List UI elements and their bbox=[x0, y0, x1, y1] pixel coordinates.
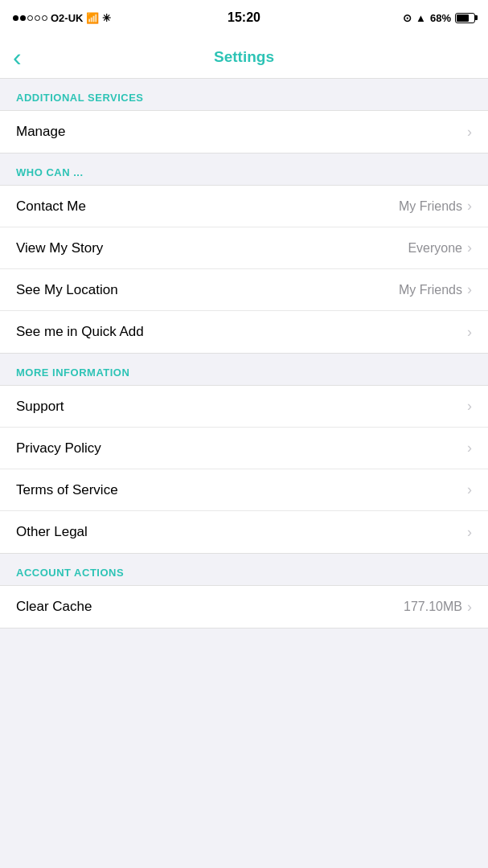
list-group-more-information: Support › Privacy Policy › Terms of Serv… bbox=[0, 385, 488, 554]
list-item-see-me-quick-add[interactable]: See me in Quick Add › bbox=[0, 311, 488, 353]
manage-chevron: › bbox=[467, 124, 472, 141]
wifi-icon: 📶 bbox=[86, 12, 99, 24]
view-my-story-label: View My Story bbox=[16, 240, 103, 256]
section-header-more-information: MORE INFORMATION bbox=[0, 354, 488, 385]
other-legal-chevron: › bbox=[467, 524, 472, 541]
list-item-privacy-policy[interactable]: Privacy Policy › bbox=[0, 428, 488, 469]
privacy-policy-chevron: › bbox=[467, 440, 472, 457]
list-group-additional-services: Manage › bbox=[0, 110, 488, 154]
see-my-location-chevron: › bbox=[467, 281, 472, 298]
clear-cache-chevron: › bbox=[467, 599, 472, 616]
manage-label: Manage bbox=[16, 124, 65, 140]
activity-icon: ✳ bbox=[102, 12, 111, 24]
list-item-view-my-story[interactable]: View My Story Everyone › bbox=[0, 227, 488, 269]
list-group-who-can: Contact Me My Friends › View My Story Ev… bbox=[0, 185, 488, 354]
section-header-account-actions: ACCOUNT ACTIONS bbox=[0, 554, 488, 585]
list-item-terms-of-service[interactable]: Terms of Service › bbox=[0, 469, 488, 511]
bottom-spacer bbox=[0, 628, 488, 653]
contact-me-chevron: › bbox=[467, 198, 472, 215]
terms-of-service-chevron: › bbox=[467, 481, 472, 498]
view-my-story-chevron: › bbox=[467, 240, 472, 256]
list-group-account-actions: Clear Cache 177.10MB › bbox=[0, 585, 488, 628]
see-me-quick-add-label: See me in Quick Add bbox=[16, 324, 144, 340]
carrier-label: O2-UK bbox=[51, 12, 83, 24]
privacy-policy-label: Privacy Policy bbox=[16, 440, 101, 457]
see-my-location-right: My Friends › bbox=[399, 281, 472, 298]
other-legal-label: Other Legal bbox=[16, 524, 88, 540]
see-my-location-label: See My Location bbox=[16, 282, 118, 298]
list-item-clear-cache[interactable]: Clear Cache 177.10MB › bbox=[0, 586, 488, 628]
lock-icon: ⊙ bbox=[403, 12, 412, 24]
battery-icon bbox=[455, 13, 475, 23]
status-bar: O2-UK 📶 ✳ 15:20 ⊙ ▲ 68% bbox=[0, 0, 488, 35]
status-left: O2-UK 📶 ✳ bbox=[13, 12, 111, 24]
view-my-story-right: Everyone › bbox=[408, 240, 472, 256]
see-me-quick-add-chevron: › bbox=[467, 324, 472, 341]
section-header-additional-services: ADDITIONAL SERVICES bbox=[0, 79, 488, 110]
contact-me-right: My Friends › bbox=[399, 198, 472, 215]
section-header-who-can: WHO CAN ... bbox=[0, 154, 488, 185]
list-item-other-legal[interactable]: Other Legal › bbox=[0, 511, 488, 553]
signal-dots bbox=[13, 15, 47, 21]
contact-me-label: Contact Me bbox=[16, 199, 86, 215]
support-chevron: › bbox=[467, 398, 472, 415]
status-right: ⊙ ▲ 68% bbox=[403, 12, 475, 24]
list-item-support[interactable]: Support › bbox=[0, 386, 488, 428]
back-button[interactable]: ‹ bbox=[13, 44, 22, 70]
list-item-manage[interactable]: Manage › bbox=[0, 111, 488, 153]
list-item-see-my-location[interactable]: See My Location My Friends › bbox=[0, 269, 488, 311]
list-item-contact-me[interactable]: Contact Me My Friends › bbox=[0, 186, 488, 227]
settings-content: ADDITIONAL SERVICES Manage › WHO CAN ...… bbox=[0, 79, 488, 653]
clear-cache-label: Clear Cache bbox=[16, 599, 92, 615]
nav-bar: ‹ Settings bbox=[0, 35, 488, 79]
terms-of-service-label: Terms of Service bbox=[16, 482, 118, 498]
battery-percentage: 68% bbox=[430, 12, 451, 24]
nav-title: Settings bbox=[214, 48, 274, 66]
clear-cache-right: 177.10MB › bbox=[404, 599, 472, 616]
status-time: 15:20 bbox=[228, 10, 260, 25]
location-icon: ▲ bbox=[416, 12, 426, 24]
support-label: Support bbox=[16, 399, 64, 415]
